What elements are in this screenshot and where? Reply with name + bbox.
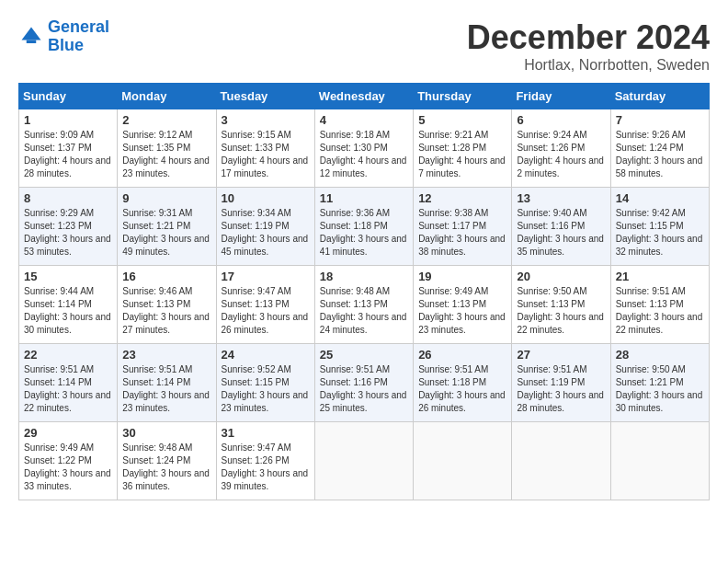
calendar-cell: 28 Sunrise: 9:50 AM Sunset: 1:21 PM Dayl…	[610, 344, 709, 422]
calendar-body: 1 Sunrise: 9:09 AM Sunset: 1:37 PM Dayli…	[19, 109, 710, 500]
logo-text: General Blue	[48, 18, 109, 55]
day-number: 31	[222, 426, 310, 440]
day-number: 17	[222, 270, 310, 283]
calendar-cell: 15 Sunrise: 9:44 AM Sunset: 1:14 PM Dayl…	[19, 266, 118, 344]
calendar-cell: 5 Sunrise: 9:21 AM Sunset: 1:28 PM Dayli…	[414, 109, 512, 188]
day-number: 19	[418, 270, 506, 283]
day-detail: Sunrise: 9:51 AM Sunset: 1:18 PM Dayligh…	[418, 363, 506, 415]
location-title: Hortlax, Norrbotten, Sweden	[467, 57, 710, 74]
calendar-cell: 19 Sunrise: 9:49 AM Sunset: 1:13 PM Dayl…	[414, 266, 512, 344]
day-number: 2	[122, 113, 210, 127]
day-number: 26	[418, 348, 506, 362]
day-number: 15	[24, 270, 112, 283]
day-number: 6	[517, 113, 605, 127]
day-number: 4	[320, 113, 408, 127]
day-number: 27	[517, 348, 605, 362]
calendar-cell	[610, 422, 709, 500]
calendar-cell: 9 Sunrise: 9:31 AM Sunset: 1:21 PM Dayli…	[118, 188, 216, 266]
day-detail: Sunrise: 9:12 AM Sunset: 1:35 PM Dayligh…	[122, 129, 210, 180]
calendar-header-monday: Monday	[118, 84, 216, 109]
day-number: 16	[122, 270, 210, 283]
calendar-cell: 13 Sunrise: 9:40 AM Sunset: 1:16 PM Dayl…	[512, 188, 610, 266]
calendar-cell: 23 Sunrise: 9:51 AM Sunset: 1:14 PM Dayl…	[118, 344, 216, 422]
calendar-cell: 22 Sunrise: 9:51 AM Sunset: 1:14 PM Dayl…	[19, 344, 118, 422]
day-detail: Sunrise: 9:51 AM Sunset: 1:14 PM Dayligh…	[24, 363, 112, 415]
calendar-cell: 24 Sunrise: 9:52 AM Sunset: 1:15 PM Dayl…	[216, 344, 314, 422]
day-number: 30	[122, 426, 210, 440]
day-number: 7	[616, 113, 704, 127]
calendar-week-2: 8 Sunrise: 9:29 AM Sunset: 1:23 PM Dayli…	[19, 188, 710, 266]
calendar-header-thursday: Thursday	[414, 84, 512, 109]
day-detail: Sunrise: 9:09 AM Sunset: 1:37 PM Dayligh…	[24, 129, 112, 180]
day-number: 9	[122, 191, 210, 205]
logo-icon	[18, 24, 44, 50]
day-number: 12	[418, 191, 506, 205]
day-detail: Sunrise: 9:52 AM Sunset: 1:15 PM Dayligh…	[222, 363, 310, 415]
calendar-week-5: 29 Sunrise: 9:49 AM Sunset: 1:22 PM Dayl…	[19, 422, 710, 500]
day-number: 25	[320, 348, 408, 362]
day-detail: Sunrise: 9:24 AM Sunset: 1:26 PM Dayligh…	[517, 129, 605, 180]
calendar-cell	[512, 422, 610, 500]
day-detail: Sunrise: 9:42 AM Sunset: 1:15 PM Dayligh…	[616, 207, 704, 259]
calendar-header-tuesday: Tuesday	[216, 84, 314, 109]
month-title: December 2024	[467, 18, 710, 57]
day-detail: Sunrise: 9:51 AM Sunset: 1:13 PM Dayligh…	[616, 285, 704, 337]
svg-marker-0	[22, 27, 41, 40]
day-detail: Sunrise: 9:46 AM Sunset: 1:13 PM Dayligh…	[122, 285, 210, 337]
day-detail: Sunrise: 9:48 AM Sunset: 1:13 PM Dayligh…	[320, 285, 408, 337]
day-number: 23	[122, 348, 210, 362]
calendar-cell: 27 Sunrise: 9:51 AM Sunset: 1:19 PM Dayl…	[512, 344, 610, 422]
calendar-cell: 3 Sunrise: 9:15 AM Sunset: 1:33 PM Dayli…	[216, 109, 314, 188]
day-detail: Sunrise: 9:51 AM Sunset: 1:19 PM Dayligh…	[517, 363, 605, 415]
calendar-cell: 6 Sunrise: 9:24 AM Sunset: 1:26 PM Dayli…	[512, 109, 610, 188]
day-number: 24	[222, 348, 310, 362]
day-number: 3	[222, 113, 310, 127]
day-number: 11	[320, 191, 408, 205]
calendar-cell: 10 Sunrise: 9:34 AM Sunset: 1:19 PM Dayl…	[216, 188, 314, 266]
day-detail: Sunrise: 9:38 AM Sunset: 1:17 PM Dayligh…	[418, 207, 506, 259]
day-detail: Sunrise: 9:50 AM Sunset: 1:13 PM Dayligh…	[517, 285, 605, 337]
day-detail: Sunrise: 9:44 AM Sunset: 1:14 PM Dayligh…	[24, 285, 112, 337]
calendar-cell: 29 Sunrise: 9:49 AM Sunset: 1:22 PM Dayl…	[19, 422, 118, 500]
calendar-header-sunday: Sunday	[19, 84, 118, 109]
calendar-week-3: 15 Sunrise: 9:44 AM Sunset: 1:14 PM Dayl…	[19, 266, 710, 344]
calendar-table: SundayMondayTuesdayWednesdayThursdayFrid…	[18, 83, 710, 500]
calendar-cell: 18 Sunrise: 9:48 AM Sunset: 1:13 PM Dayl…	[314, 266, 413, 344]
calendar-cell	[414, 422, 512, 500]
calendar-cell: 25 Sunrise: 9:51 AM Sunset: 1:16 PM Dayl…	[314, 344, 413, 422]
calendar-cell: 21 Sunrise: 9:51 AM Sunset: 1:13 PM Dayl…	[610, 266, 709, 344]
svg-rect-1	[27, 40, 37, 43]
calendar-header-friday: Friday	[512, 84, 610, 109]
day-number: 28	[616, 348, 704, 362]
day-number: 8	[24, 191, 112, 205]
day-number: 20	[517, 270, 605, 283]
day-number: 18	[320, 270, 408, 283]
day-detail: Sunrise: 9:36 AM Sunset: 1:18 PM Dayligh…	[320, 207, 408, 259]
calendar-cell: 20 Sunrise: 9:50 AM Sunset: 1:13 PM Dayl…	[512, 266, 610, 344]
calendar-cell	[314, 422, 413, 500]
logo: General Blue	[18, 18, 109, 55]
calendar-header-wednesday: Wednesday	[314, 84, 413, 109]
calendar-cell: 14 Sunrise: 9:42 AM Sunset: 1:15 PM Dayl…	[610, 188, 709, 266]
calendar-week-4: 22 Sunrise: 9:51 AM Sunset: 1:14 PM Dayl…	[19, 344, 710, 422]
page-header: General Blue December 2024 Hortlax, Norr…	[18, 18, 710, 74]
calendar-cell: 31 Sunrise: 9:47 AM Sunset: 1:26 PM Dayl…	[216, 422, 314, 500]
day-detail: Sunrise: 9:51 AM Sunset: 1:16 PM Dayligh…	[320, 363, 408, 415]
day-detail: Sunrise: 9:50 AM Sunset: 1:21 PM Dayligh…	[616, 363, 704, 415]
day-detail: Sunrise: 9:47 AM Sunset: 1:13 PM Dayligh…	[222, 285, 310, 337]
day-detail: Sunrise: 9:51 AM Sunset: 1:14 PM Dayligh…	[122, 363, 210, 415]
day-detail: Sunrise: 9:15 AM Sunset: 1:33 PM Dayligh…	[222, 129, 310, 180]
day-detail: Sunrise: 9:40 AM Sunset: 1:16 PM Dayligh…	[517, 207, 605, 259]
calendar-cell: 2 Sunrise: 9:12 AM Sunset: 1:35 PM Dayli…	[118, 109, 216, 188]
calendar-cell: 7 Sunrise: 9:26 AM Sunset: 1:24 PM Dayli…	[610, 109, 709, 188]
calendar-cell: 17 Sunrise: 9:47 AM Sunset: 1:13 PM Dayl…	[216, 266, 314, 344]
calendar-cell: 4 Sunrise: 9:18 AM Sunset: 1:30 PM Dayli…	[314, 109, 413, 188]
day-number: 21	[616, 270, 704, 283]
day-detail: Sunrise: 9:29 AM Sunset: 1:23 PM Dayligh…	[24, 207, 112, 259]
day-detail: Sunrise: 9:49 AM Sunset: 1:22 PM Dayligh…	[24, 442, 112, 493]
calendar-header-saturday: Saturday	[610, 84, 709, 109]
day-detail: Sunrise: 9:34 AM Sunset: 1:19 PM Dayligh…	[222, 207, 310, 259]
day-detail: Sunrise: 9:49 AM Sunset: 1:13 PM Dayligh…	[418, 285, 506, 337]
day-detail: Sunrise: 9:21 AM Sunset: 1:28 PM Dayligh…	[418, 129, 506, 180]
calendar-cell: 8 Sunrise: 9:29 AM Sunset: 1:23 PM Dayli…	[19, 188, 118, 266]
